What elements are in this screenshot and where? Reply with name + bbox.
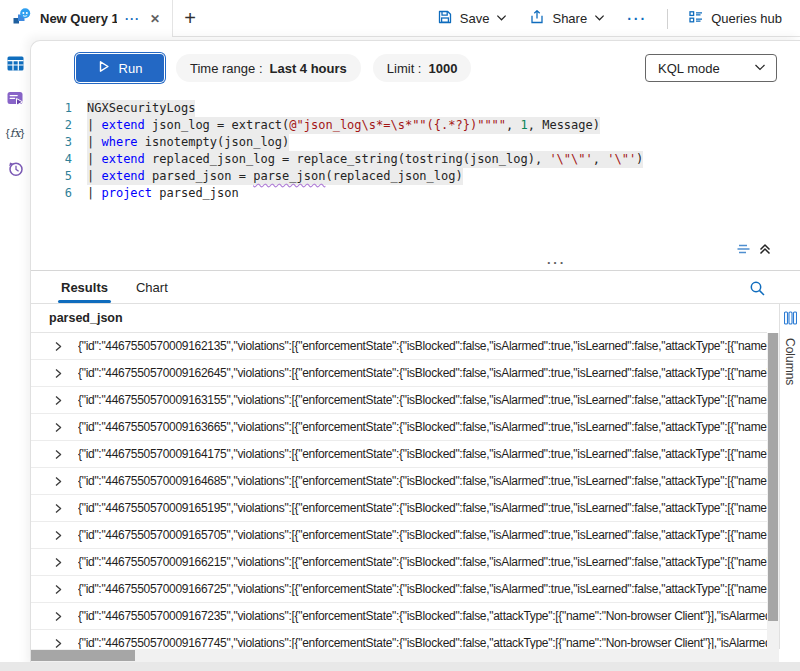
row-expand-icon[interactable] xyxy=(53,476,63,487)
table-row[interactable]: {"id":"4467550570009167235","violations"… xyxy=(31,603,767,630)
query-history-icon[interactable] xyxy=(4,158,26,178)
chevron-down-icon xyxy=(754,61,766,76)
new-tab-button[interactable]: + xyxy=(173,0,207,37)
row-expand-icon[interactable] xyxy=(53,341,63,352)
code-text: | extend parsed_json = parse_json(replac… xyxy=(87,168,463,185)
splitter-drag-handle[interactable]: ··· xyxy=(547,255,566,270)
row-expand-icon[interactable] xyxy=(53,422,63,433)
code-text: | where isnotempty(json_log) xyxy=(87,134,289,151)
time-range-picker[interactable]: Time range : Last 4 hours xyxy=(176,54,361,82)
row-json-text: {"id":"4467550570009163155","violations"… xyxy=(78,393,767,407)
code-text: | project parsed_json xyxy=(87,185,239,202)
row-json-text: {"id":"4467550570009164175","violations"… xyxy=(78,447,767,461)
code-line[interactable]: 6| project parsed_json xyxy=(31,185,800,202)
line-number: 3 xyxy=(31,134,87,151)
results-grid: parsed_json {"id":"4467550570009162135",… xyxy=(31,304,800,649)
columns-icon[interactable] xyxy=(784,311,797,329)
line-number: 6 xyxy=(31,185,87,202)
table-row[interactable]: {"id":"4467550570009165705","violations"… xyxy=(31,522,767,549)
columns-panel-label: Columns xyxy=(783,338,797,385)
row-json-text: {"id":"4467550570009165195","violations"… xyxy=(78,501,767,515)
row-expand-icon[interactable] xyxy=(53,584,63,595)
row-expand-icon[interactable] xyxy=(53,395,63,406)
queries-hub-icon xyxy=(688,9,704,28)
results-layout-icon[interactable] xyxy=(735,241,752,257)
table-row[interactable]: {"id":"4467550570009167745","violations"… xyxy=(31,630,767,649)
row-expand-icon[interactable] xyxy=(53,638,63,649)
row-expand-icon[interactable] xyxy=(53,611,63,622)
code-line[interactable]: 5| extend parsed_json = parse_json(repla… xyxy=(31,168,800,185)
limit-value: 1000 xyxy=(428,61,457,76)
search-icon[interactable] xyxy=(748,279,767,298)
row-expand-icon[interactable] xyxy=(53,368,63,379)
vertical-scrollbar[interactable] xyxy=(767,333,779,649)
save-button[interactable]: Save xyxy=(431,5,514,32)
table-row[interactable]: {"id":"4467550570009164685","violations"… xyxy=(31,468,767,495)
code-line[interactable]: 3| where isnotempty(json_log) xyxy=(31,134,800,151)
share-icon xyxy=(529,9,545,28)
tab-chart[interactable]: Chart xyxy=(136,271,168,303)
panel-splitter: ··· xyxy=(31,238,800,270)
play-icon xyxy=(98,60,110,76)
tab-more-icon[interactable]: ··· xyxy=(125,12,140,26)
functions-icon[interactable]: {fx} xyxy=(4,123,26,143)
table-row[interactable]: {"id":"4467550570009164175","violations"… xyxy=(31,441,767,468)
row-json-text: {"id":"4467550570009163665","violations"… xyxy=(78,420,767,434)
chevron-down-icon xyxy=(496,11,507,26)
row-json-text: {"id":"4467550570009166215","violations"… xyxy=(78,555,767,569)
results-rows: {"id":"4467550570009162135","violations"… xyxy=(31,333,767,649)
row-expand-icon[interactable] xyxy=(53,557,63,568)
collapse-results-icon[interactable] xyxy=(757,241,773,257)
limit-picker[interactable]: Limit : 1000 xyxy=(373,54,472,82)
code-text: NGXSecurityLogs xyxy=(87,100,195,117)
tab-bar: New Query 1* ··· ✕ + Save xyxy=(0,0,800,37)
horizontal-scrollbar-thumb[interactable] xyxy=(31,650,135,661)
tab-results[interactable]: Results xyxy=(61,271,108,303)
row-expand-icon[interactable] xyxy=(53,530,63,541)
row-json-text: {"id":"4467550570009164685","violations"… xyxy=(78,474,767,488)
row-expand-icon[interactable] xyxy=(53,503,63,514)
code-editor[interactable]: 1NGXSecurityLogs2| extend json_log = ext… xyxy=(31,92,800,238)
table-row[interactable]: {"id":"4467550570009163665","violations"… xyxy=(31,414,767,441)
line-number: 4 xyxy=(31,151,87,168)
top-actions: Save Share ··· xyxy=(431,0,800,37)
code-line[interactable]: 2| extend json_log = extract(@"json_log\… xyxy=(31,117,800,134)
app-window: New Query 1* ··· ✕ + Save xyxy=(0,0,800,671)
query-panel: Run Time range : Last 4 hours Limit : 10… xyxy=(30,40,800,671)
run-button[interactable]: Run xyxy=(76,54,164,82)
columns-side-panel[interactable]: Columns xyxy=(779,304,800,649)
chevron-down-icon xyxy=(594,11,605,26)
query-mode-select[interactable]: KQL mode xyxy=(645,54,777,82)
row-json-text: {"id":"4467550570009162645","violations"… xyxy=(78,366,767,380)
code-text: | extend replaced_json_log = replace_str… xyxy=(87,151,643,168)
tab-close-icon[interactable]: ✕ xyxy=(148,12,162,26)
table-row[interactable]: {"id":"4467550570009162645","violations"… xyxy=(31,360,767,387)
row-json-text: {"id":"4467550570009165705","violations"… xyxy=(78,528,767,542)
row-json-text: {"id":"4467550570009162135","violations"… xyxy=(78,339,767,353)
horizontal-scrollbar[interactable] xyxy=(31,649,779,662)
code-text: | extend json_log = extract(@"json_log\s… xyxy=(87,117,600,134)
table-row[interactable]: {"id":"4467550570009163155","violations"… xyxy=(31,387,767,414)
results-tab-bar: Results Chart xyxy=(31,271,800,304)
code-line[interactable]: 4| extend replaced_json_log = replace_st… xyxy=(31,151,800,168)
query-toolbar: Run Time range : Last 4 hours Limit : 10… xyxy=(31,41,800,92)
code-line[interactable]: 1NGXSecurityLogs xyxy=(31,100,800,117)
table-row[interactable]: {"id":"4467550570009166725","violations"… xyxy=(31,576,767,603)
column-header[interactable]: parsed_json xyxy=(31,304,767,333)
row-json-text: {"id":"4467550570009167235","violations"… xyxy=(78,609,767,623)
row-expand-icon[interactable] xyxy=(53,449,63,460)
table-row[interactable]: {"id":"4467550570009166215","violations"… xyxy=(31,549,767,576)
time-range-value: Last 4 hours xyxy=(270,61,347,76)
left-rail: {fx} xyxy=(0,37,30,662)
saved-scripts-icon[interactable] xyxy=(4,88,26,108)
table-row[interactable]: {"id":"4467550570009165195","violations"… xyxy=(31,495,767,522)
share-button[interactable]: Share xyxy=(523,5,611,32)
queries-hub-button[interactable]: Queries hub xyxy=(682,5,788,32)
adx-query-icon xyxy=(12,7,32,30)
more-actions-button[interactable]: ··· xyxy=(621,11,653,27)
connections-table-icon[interactable] xyxy=(4,53,26,73)
query-tab[interactable]: New Query 1* ··· ✕ xyxy=(0,0,173,37)
vertical-scrollbar-thumb[interactable] xyxy=(768,333,778,621)
table-row[interactable]: {"id":"4467550570009162135","violations"… xyxy=(31,333,767,360)
save-icon xyxy=(437,9,453,28)
